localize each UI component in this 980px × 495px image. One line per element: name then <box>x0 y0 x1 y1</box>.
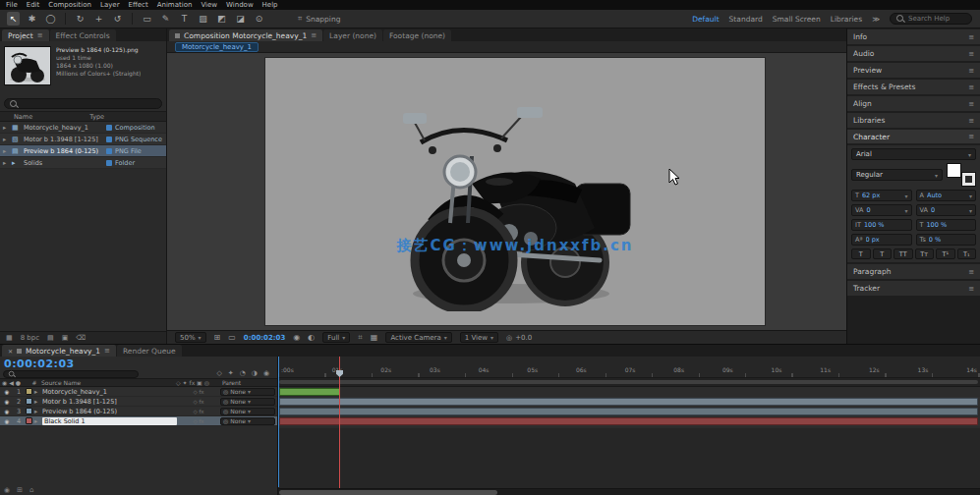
tab-composition[interactable]: Composition Motorcycle_heavy_1 ≡ <box>169 29 322 41</box>
scrollbar-thumb[interactable] <box>279 490 497 495</box>
project-item-composition[interactable]: ▸ ▦ Motorcycle_heavy_1 Composition <box>0 122 166 134</box>
panel-info[interactable]: Info≡ <box>847 29 980 44</box>
panel-menu-icon[interactable]: ≡ <box>968 117 974 125</box>
visibility-eye-icon[interactable]: ◉ <box>2 409 12 414</box>
layer-bar-1[interactable] <box>279 388 340 396</box>
eraser-tool[interactable]: ◪ <box>234 12 247 26</box>
zoom-tool[interactable]: ◯ <box>44 12 57 26</box>
grid-guides-icon[interactable]: ⊞ <box>214 333 221 342</box>
expander-icon[interactable]: ▸ <box>34 398 40 406</box>
expander-icon[interactable]: ▸ <box>3 124 9 132</box>
fill-stroke-swatches[interactable] <box>947 163 976 187</box>
pan-camera-tool[interactable]: + <box>92 12 105 26</box>
pickwhip-icon[interactable]: ◎ <box>223 388 228 395</box>
small-caps-button[interactable]: Tᴛ <box>915 248 935 259</box>
frame-blending-icon[interactable]: ◑ <box>252 369 258 377</box>
transparency-grid-icon[interactable]: ▦ <box>371 333 378 342</box>
menu-edit[interactable]: Edit <box>27 1 40 9</box>
all-caps-button[interactable]: TT <box>894 248 913 259</box>
tsume-field[interactable]: Ts 0 % <box>916 234 977 246</box>
font-style-select[interactable]: Regular▾ <box>851 169 943 181</box>
layer-label-color[interactable] <box>26 388 32 395</box>
visibility-eye-icon[interactable]: ◉ <box>2 389 12 395</box>
panel-menu-icon[interactable]: ≡ <box>968 50 974 58</box>
project-item-solids-folder[interactable]: ▸ ▸ Solids Folder <box>0 157 166 169</box>
font-family-select[interactable]: Arial▾ <box>851 148 976 160</box>
workspace-default[interactable]: Default <box>692 15 719 24</box>
layer-switches[interactable]: ◇ fx <box>179 418 218 424</box>
tab-project[interactable]: Project ≡ <box>2 29 49 41</box>
mask-visibility-icon[interactable]: ▭ <box>228 333 236 342</box>
selection-tool[interactable]: ↖ <box>7 12 20 26</box>
subscript-button[interactable]: T₁ <box>957 248 977 259</box>
parent-select[interactable]: ◎None▾ <box>220 388 275 396</box>
menu-window[interactable]: Window <box>226 1 254 9</box>
panel-tracker[interactable]: Tracker≡ <box>847 281 980 296</box>
project-item-sequence[interactable]: ▸ ▧ Motor b 1.3948 [1-125] PNG Sequence <box>0 134 166 145</box>
hand-tool[interactable]: ✱ <box>26 12 38 26</box>
comp-navigator[interactable]: Motorcycle_heavy_1 <box>175 42 259 52</box>
resolution-select[interactable]: Full▾ <box>322 332 350 343</box>
tab-effect-controls[interactable]: Effect Controls <box>50 29 116 41</box>
column-source-name[interactable]: Source Name <box>41 379 163 386</box>
clone-stamp-tool[interactable]: ◩ <box>215 12 228 26</box>
parent-select[interactable]: ◎None▾ <box>220 408 275 415</box>
work-area-bar[interactable] <box>279 380 978 384</box>
expander-icon[interactable]: ▸ <box>34 417 40 425</box>
orbit-camera-tool[interactable]: ↻ <box>74 12 86 26</box>
workspace-libraries[interactable]: Libraries <box>831 15 862 24</box>
menu-effect[interactable]: Effect <box>129 1 148 9</box>
exposure-control[interactable]: ◎ +0.0 <box>506 334 532 342</box>
parent-select[interactable]: ◎None▾ <box>220 417 275 425</box>
panel-menu-icon[interactable]: ≡ <box>311 31 317 39</box>
expand-transfer-controls-icon[interactable]: ⊞ <box>17 486 23 494</box>
new-composition-icon[interactable]: ▣ <box>62 334 69 342</box>
composition-mini-flowchart-icon[interactable]: ◇ <box>216 369 221 377</box>
footage-thumbnail[interactable] <box>4 46 51 85</box>
rotation-tool[interactable]: ↺ <box>111 12 124 26</box>
panel-menu-icon[interactable]: ≡ <box>968 100 974 108</box>
snapshot-icon[interactable]: ◉ <box>293 333 300 342</box>
viewer-current-time[interactable]: 0:00:02:03 <box>244 334 286 342</box>
pen-tool[interactable]: ✎ <box>159 12 172 26</box>
layer-row-1[interactable]: ◉ 1 ▸ Motorcycle_heavy_1 ◇ fx ◎None▾ <box>0 387 277 397</box>
expander-icon[interactable]: ▸ <box>3 147 9 155</box>
layer-bar-2[interactable] <box>279 398 978 406</box>
layer-label-color[interactable] <box>26 408 32 414</box>
view-layout-select[interactable]: 1 View▾ <box>460 332 498 343</box>
menu-file[interactable]: File <box>6 1 18 9</box>
layer-switches[interactable]: ◇ fx <box>179 409 218 414</box>
panel-paragraph[interactable]: Paragraph≡ <box>847 264 980 279</box>
layer-name-edit[interactable]: Black Solid 1 <box>42 417 177 425</box>
stroke-color-swatch[interactable] <box>962 173 975 186</box>
brush-tool[interactable]: ▨ <box>197 12 209 26</box>
draft-3d-icon[interactable]: ✦ <box>228 369 234 377</box>
layer-bar-3[interactable] <box>279 408 978 415</box>
timeline-search[interactable] <box>3 370 139 378</box>
kerning-field[interactable]: VA 0 ▾ <box>851 204 912 216</box>
shape-tool[interactable]: ▭ <box>141 12 153 26</box>
timeline-horizontal-scrollbar[interactable] <box>278 488 980 495</box>
type-tool[interactable]: T <box>178 12 191 26</box>
panel-character-header[interactable]: Character≡ <box>847 130 980 143</box>
interpret-footage-icon[interactable]: ▦ <box>6 334 13 342</box>
current-time-indicator[interactable] <box>339 357 340 495</box>
menu-layer[interactable]: Layer <box>100 1 120 9</box>
baseline-shift-field[interactable]: Aª 0 px <box>851 234 912 246</box>
expander-icon[interactable]: ▸ <box>34 388 40 396</box>
layer-row-2[interactable]: ◉ 2 ▸ Motor b 1.3948 [1-125] ◇ fx ◎None▾ <box>0 397 277 407</box>
menu-help[interactable]: Help <box>262 1 278 9</box>
camera-select[interactable]: Active Camera▾ <box>385 332 451 343</box>
tab-timeline-comp[interactable]: ✕ Motorcycle_heavy_1 ≡ <box>2 345 116 357</box>
magnification-select[interactable]: 50%▾ <box>175 332 206 343</box>
time-ruler[interactable]: :00s 01s 02s 03s 04s 05s 06s 07s 08s 09s… <box>278 357 980 378</box>
menu-composition[interactable]: Composition <box>48 1 91 9</box>
fill-color-swatch[interactable] <box>948 164 960 177</box>
project-color-depth[interactable]: 8 bpc <box>21 334 39 342</box>
faux-bold-button[interactable]: T <box>851 248 871 259</box>
channels-icon[interactable]: ◐ <box>308 333 315 342</box>
panel-menu-icon[interactable]: ≡ <box>968 268 974 276</box>
snapping-toggle[interactable]: ⌗ Snapping <box>298 14 340 24</box>
panel-menu-icon[interactable]: ≡ <box>968 133 974 140</box>
faux-italic-button[interactable]: T <box>873 248 893 259</box>
